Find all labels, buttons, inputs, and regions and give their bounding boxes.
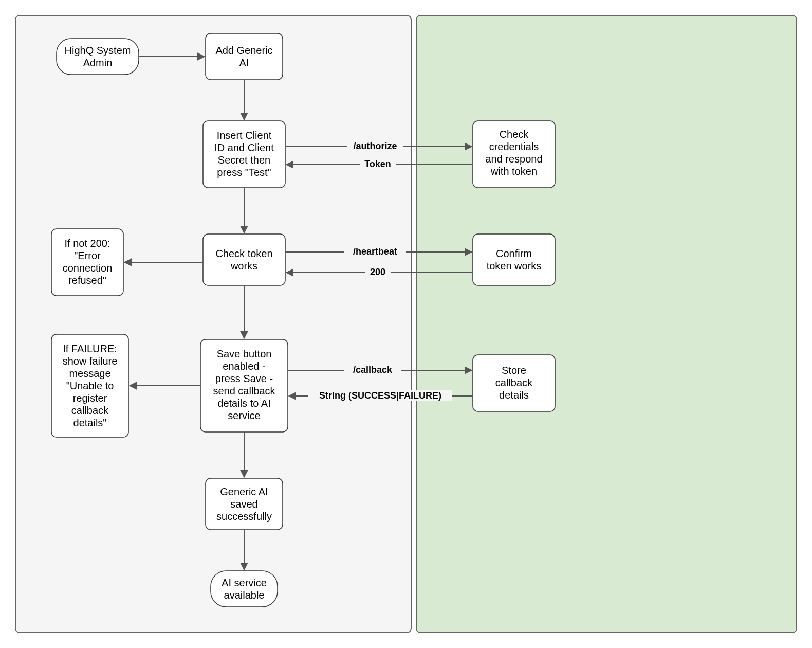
- node-admin-line2: Admin: [83, 57, 113, 68]
- node-store-callback-line3: details: [499, 389, 529, 401]
- svg-text:/authorize: /authorize: [353, 141, 397, 151]
- node-insert-client-line4: press "Test": [217, 167, 271, 178]
- svg-text:credentials: credentials: [489, 141, 539, 152]
- node-store-callback-line2: callback: [495, 377, 533, 388]
- node-check-token-line2: works: [230, 260, 257, 272]
- node-add-generic-line2: AI: [239, 57, 249, 68]
- node-if-failure-line1: If FAILURE:: [63, 343, 117, 354]
- svg-text:Secret then: Secret then: [218, 154, 270, 166]
- svg-text:saved: saved: [230, 498, 257, 510]
- node-saved-ok-line1: Generic AI: [220, 486, 268, 497]
- node-if-failure-line2: show failure: [63, 355, 118, 367]
- node-confirm-token: [473, 234, 555, 285]
- flowchart-canvas: HighQ System Admin Add Generic AI Insert…: [0, 0, 812, 648]
- node-if-failure-line7: details": [73, 417, 107, 428]
- svg-text:available: available: [224, 589, 265, 601]
- node-if-not-200-line3: connection: [63, 262, 113, 274]
- svg-text:token works: token works: [487, 260, 542, 272]
- edge-callback-label: /callback: [353, 365, 393, 375]
- swimlane-right: [416, 15, 797, 633]
- node-if-not-200-line1: If not 200:: [65, 238, 110, 249]
- node-admin-line1: HighQ System: [65, 45, 131, 56]
- svg-text:/callback: /callback: [353, 365, 393, 375]
- node-if-failure-line4: "Unable to: [66, 380, 114, 391]
- svg-text:ID and Client: ID and Client: [214, 142, 274, 153]
- node-check-token: [203, 234, 285, 285]
- node-insert-client-line1: Insert Client: [217, 130, 272, 141]
- node-if-failure-line5: register: [73, 392, 107, 404]
- svg-text:details": details": [73, 417, 107, 428]
- svg-text:service: service: [228, 410, 260, 421]
- svg-text:press "Test": press "Test": [217, 167, 271, 178]
- node-add-generic: [206, 33, 283, 80]
- node-store-callback-line1: Store: [502, 365, 526, 376]
- node-saved-ok-line3: successfully: [216, 511, 272, 522]
- svg-text:callback: callback: [71, 405, 109, 416]
- edge-heartbeat-label: /heartbeat: [353, 246, 397, 257]
- edge-authorize-label: /authorize: [353, 141, 397, 151]
- node-ai-available: [211, 571, 278, 607]
- svg-text:press Save -: press Save -: [215, 373, 273, 384]
- svg-text:Check: Check: [500, 129, 529, 140]
- edge-token-label: Token: [364, 159, 391, 169]
- node-save-button-line6: service: [228, 410, 260, 421]
- node-if-not-200-line4: refused": [68, 275, 106, 286]
- node-check-creds-line4: with token: [490, 166, 537, 177]
- svg-text:refused": refused": [68, 275, 106, 286]
- node-save-button-line4: send callback: [213, 385, 275, 397]
- node-save-button-line5: details to AI: [217, 398, 270, 409]
- node-insert-client-line3: Secret then: [218, 154, 270, 166]
- svg-text:with token: with token: [490, 166, 537, 177]
- svg-text:HighQ System: HighQ System: [65, 45, 131, 56]
- svg-text:AI service: AI service: [222, 577, 267, 588]
- svg-text:works: works: [230, 260, 257, 272]
- node-insert-client-line2: ID and Client: [214, 142, 274, 153]
- svg-text:details: details: [499, 389, 529, 401]
- swimlane-left: [15, 15, 411, 633]
- edge-200-label: 200: [370, 267, 385, 277]
- svg-text:Insert Client: Insert Client: [217, 130, 272, 141]
- svg-text:/heartbeat: /heartbeat: [353, 246, 397, 257]
- svg-text:send callback: send callback: [213, 385, 275, 397]
- svg-text:"Error: "Error: [74, 250, 101, 261]
- node-ai-available-line2: available: [224, 589, 265, 601]
- node-save-button-line3: press Save -: [215, 373, 273, 384]
- svg-text:Token: Token: [364, 159, 391, 169]
- svg-text:Generic AI: Generic AI: [220, 486, 268, 497]
- node-check-token-line1: Check token: [215, 248, 272, 259]
- svg-text:200: 200: [370, 267, 385, 277]
- svg-text:If FAILURE:: If FAILURE:: [63, 343, 117, 354]
- svg-text:Check token: Check token: [215, 248, 272, 259]
- node-add-generic-line1: Add Generic: [215, 45, 272, 56]
- svg-text:Admin: Admin: [83, 57, 113, 68]
- node-admin: [57, 39, 139, 75]
- svg-text:register: register: [73, 392, 107, 404]
- svg-text:Add Generic: Add Generic: [215, 45, 272, 56]
- node-check-creds-line3: and respond: [485, 153, 542, 165]
- svg-text:"Unable to: "Unable to: [66, 380, 114, 391]
- svg-text:enabled -: enabled -: [223, 361, 265, 372]
- svg-text:String (SUCCESS|FAILURE): String (SUCCESS|FAILURE): [319, 390, 441, 401]
- node-save-button-line2: enabled -: [223, 361, 265, 372]
- svg-text:details to AI: details to AI: [217, 398, 270, 409]
- svg-text:message: message: [69, 368, 110, 379]
- svg-text:and respond: and respond: [485, 153, 542, 165]
- svg-text:successfully: successfully: [216, 511, 272, 522]
- svg-text:connection: connection: [63, 262, 113, 274]
- svg-text:AI: AI: [239, 57, 249, 68]
- node-confirm-token-line2: token works: [487, 260, 542, 272]
- svg-text:If not 200:: If not 200:: [65, 238, 110, 249]
- node-if-failure-line6: callback: [71, 405, 109, 416]
- node-check-creds-line1: Check: [500, 129, 529, 140]
- node-ai-available-line1: AI service: [222, 577, 267, 588]
- svg-text:callback: callback: [495, 377, 533, 388]
- node-if-not-200-line2: "Error: [74, 250, 101, 261]
- node-confirm-token-line1: Confirm: [496, 248, 532, 259]
- svg-text:Save button: Save button: [217, 348, 272, 359]
- node-saved-ok-line2: saved: [230, 498, 257, 510]
- svg-text:show failure: show failure: [63, 355, 118, 367]
- node-check-creds-line2: credentials: [489, 141, 539, 152]
- svg-text:Store: Store: [502, 365, 526, 376]
- node-save-button-line1: Save button: [217, 348, 272, 359]
- node-if-failure-line3: message: [69, 368, 110, 379]
